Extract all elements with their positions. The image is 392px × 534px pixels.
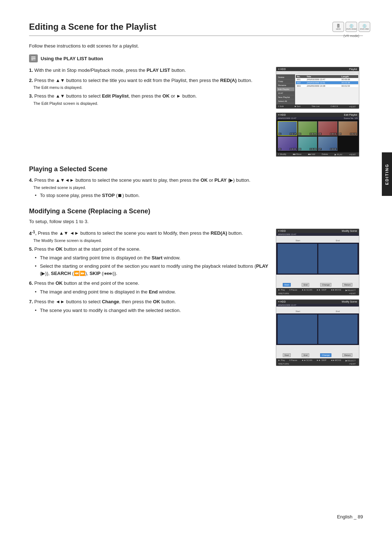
thumb-5: 05 0:00:00 bbox=[278, 136, 297, 151]
edit-playlist-screenshot: ≡ HDD Edit Playlist JAN/02/2009 13:47 Sc… bbox=[276, 112, 359, 157]
hdd-icon: 🗄 HDD bbox=[332, 22, 344, 32]
playlist-screen-header-left: ≡ HDD bbox=[278, 68, 286, 70]
step5-bullet2: Select the starting or ending point of t… bbox=[40, 263, 269, 277]
thumb-3: 03 0:00:31 bbox=[318, 121, 338, 136]
step2: 2. Press the ▲▼ buttons to select the ti… bbox=[29, 77, 269, 90]
end-btn: End bbox=[302, 283, 309, 287]
step3-text: Press the ▲▼ buttons to select Edit Play… bbox=[34, 93, 197, 99]
page-title: Editing a Scene for the Playlist bbox=[29, 22, 363, 36]
section1-content: 1. With the unit in Stop mode/Playback m… bbox=[29, 67, 363, 157]
thumb-4: 04 0:01:02 bbox=[338, 121, 358, 136]
end-btn2: End bbox=[302, 353, 309, 357]
change-btn: Change bbox=[320, 283, 331, 287]
modify2-preview-end bbox=[318, 315, 358, 344]
step2-text: Press the ▲▼ buttons to select the title… bbox=[34, 78, 252, 83]
step6: 6. Press the OK button at the end point … bbox=[29, 280, 269, 295]
playlist-screen-header-right: Playlist bbox=[349, 68, 357, 70]
dvd-ram-icon: 💿 DVD-RAM bbox=[346, 22, 357, 32]
modify-preview-end bbox=[318, 244, 358, 273]
step4: 4. Press the ▲▼◄► buttons to select the … bbox=[29, 177, 363, 199]
sidebar-editing-tab: EDITING bbox=[382, 152, 392, 196]
return-btn2: Return bbox=[342, 353, 352, 357]
thumb-6: 06 0:01:00 bbox=[298, 136, 318, 151]
mode-icons-group: 🗄 HDD 💿 DVD-RAM 💿 DVD-RW (VR mode) bbox=[332, 22, 370, 38]
step4-note: The selected scene is played. bbox=[33, 185, 363, 190]
modify2-preview-start bbox=[278, 315, 317, 344]
intro-text: Follow these instructions to edit scenes… bbox=[29, 43, 363, 49]
step5-bullet1: The image and starting point time is dis… bbox=[40, 254, 269, 262]
subsection-label: Using the PLAY LIST button bbox=[41, 56, 103, 61]
svg-rect-1 bbox=[31, 58, 36, 59]
subsection-header: Using the PLAY LIST button bbox=[29, 54, 363, 62]
step2-note: The Edit menu is displayed. bbox=[33, 85, 269, 90]
step6-bullet1: The image and ending point time is displ… bbox=[40, 288, 269, 296]
step5: 5. Press the OK button at the start poin… bbox=[29, 246, 269, 277]
modify-screenshots-col: ≡ HDD Modify Scene JAN/02/2009 13:47 Sce… bbox=[276, 229, 363, 366]
svg-rect-2 bbox=[31, 59, 34, 60]
svg-marker-3 bbox=[34, 59, 36, 61]
step4-1-note: The Modify Scene screen is displayed. bbox=[33, 238, 269, 243]
modify-scene-screenshot-1: ≡ HDD Modify Scene JAN/02/2009 13:47 Sce… bbox=[276, 229, 359, 295]
mode-icons-row: 🗄 HDD 💿 DVD-RAM 💿 DVD-RW bbox=[332, 22, 370, 32]
playlist-left-menu: Delete Copy Rename Edit Playlist 13:47 N… bbox=[276, 74, 295, 104]
step2-num: 2. bbox=[29, 78, 33, 83]
sidebar-tab-label: EDITING bbox=[385, 164, 389, 185]
start-btn2: Start bbox=[283, 353, 291, 357]
step7: 7. Press the ◄► buttons to select Change… bbox=[29, 298, 269, 314]
thumb-7: 07 0:00:00 bbox=[318, 136, 338, 151]
step4-1: 4-1. Press the ▲▼ ◄► buttons to select t… bbox=[29, 229, 269, 243]
thumb-2: 02 0:00:54 bbox=[298, 121, 318, 136]
section3-content: 4-1. Press the ▲▼ ◄► buttons to select t… bbox=[29, 229, 363, 366]
dvd-rw-icon: 💿 DVD-RW bbox=[359, 22, 370, 32]
modify-preview-start bbox=[278, 244, 317, 273]
start-btn: Start bbox=[283, 283, 291, 287]
step1-num: 1. bbox=[29, 67, 33, 73]
page-footer: English _ 89 bbox=[337, 514, 363, 519]
playlist-screenshot: ≡ HDD Playlist JAN/02/2009 13:47 1/3 Del… bbox=[276, 67, 359, 109]
svg-rect-0 bbox=[31, 57, 36, 57]
modify-steps-col: 4-1. Press the ▲▼ ◄► buttons to select t… bbox=[29, 229, 269, 366]
step1: 1. With the unit in Stop mode/Playback m… bbox=[29, 67, 269, 74]
screenshots-column: ≡ HDD Playlist JAN/02/2009 13:47 1/3 Del… bbox=[276, 67, 363, 157]
step3-num: 3. bbox=[29, 93, 33, 99]
step4-bullet1: To stop scene play, press the STOP (⏹) b… bbox=[40, 192, 363, 199]
step1-text: With the unit in Stop mode/Playback mode… bbox=[34, 67, 186, 73]
section2-heading: Playing a Selected Scene bbox=[29, 165, 363, 173]
step3-note: The Edit Playlist screen is displayed. bbox=[33, 101, 269, 106]
section3-intro: To setup, follow steps 1 to 3. bbox=[29, 219, 363, 224]
thumb-grid: 01 0:02:24 02 0:00:54 03 0:00:31 04 0:01… bbox=[276, 120, 359, 152]
change-btn2: Change bbox=[320, 353, 331, 357]
steps-column: 1. With the unit in Stop mode/Playback m… bbox=[29, 67, 269, 157]
edit-playlist-header-right: Edit Playlist bbox=[344, 114, 357, 116]
thumb-1: 01 0:02:24 bbox=[278, 121, 297, 136]
section3-heading: Modifying a Scene (Replacing a Scene) bbox=[29, 208, 363, 215]
playlist-icon bbox=[29, 54, 38, 62]
modify-scene-screenshot-2: ≡ HDD Modify Scene JAN/02/2009 13:47 Sce… bbox=[276, 299, 359, 366]
mode-label: (VR mode) bbox=[343, 34, 359, 38]
step7-bullet1: The scene you want to modify is changed … bbox=[40, 307, 269, 314]
step3: 3. Press the ▲▼ buttons to select Edit P… bbox=[29, 93, 269, 106]
edit-playlist-header-left: ≡ HDD bbox=[278, 114, 286, 116]
return-btn: Return bbox=[342, 283, 352, 287]
